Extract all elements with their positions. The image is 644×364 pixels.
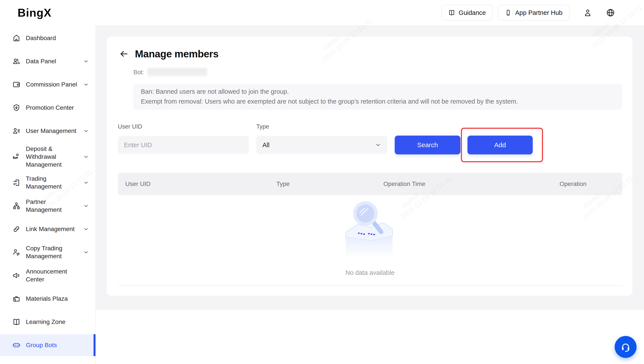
transfer-icon	[12, 178, 20, 187]
sidebar-item-label: Dashboard	[26, 34, 56, 42]
chevron-down-icon	[83, 154, 89, 160]
user-uid-input[interactable]	[118, 136, 249, 154]
main-content: Manage members Bot: Ban: Banned users ar…	[96, 26, 644, 364]
users-icon	[12, 57, 20, 66]
chevron-down-icon	[83, 180, 89, 186]
page-header: Manage members	[119, 48, 218, 60]
table-header: User UID Type Operation Time Operation	[118, 173, 622, 195]
sidebar-item-link-management[interactable]: Link Management	[0, 218, 96, 240]
copy-trading-icon	[12, 248, 20, 256]
sidebar-item-label: Deposit & Withdrawal Management	[26, 145, 78, 169]
table-bottom-divider	[118, 285, 622, 286]
chevron-down-icon	[83, 58, 89, 64]
sidebar-item-label: Materials Plaza	[26, 295, 68, 303]
sidebar-item-label: Link Management	[26, 225, 75, 233]
sidebar-item-label: Commission Panel	[26, 80, 77, 88]
type-select-value: All	[262, 142, 270, 149]
sidebar-nav: Dashboard Data Panel Commission Panel Pr…	[0, 26, 96, 356]
add-button[interactable]: Add	[468, 136, 533, 154]
bingx-logo[interactable]: BingX	[18, 6, 52, 19]
sidebar-item-learning-zone[interactable]: Learning Zone	[0, 311, 96, 333]
notice-line-1: Ban: Banned users are not allowed to joi…	[141, 87, 615, 96]
guidance-button[interactable]: Guidance	[441, 5, 493, 20]
account-icon[interactable]	[583, 8, 592, 17]
hand-coin-icon	[12, 153, 20, 161]
sidebar-item-label: Learning Zone	[26, 318, 66, 326]
home-icon	[12, 34, 20, 42]
column-user-uid: User UID	[125, 173, 150, 195]
sidebar-item-partner-management[interactable]: Partner Management	[0, 195, 96, 217]
chevron-down-icon	[83, 226, 89, 232]
sidebar-item-materials-plaza[interactable]: Materials Plaza	[0, 288, 96, 310]
sidebar-item-deposit-withdrawal-management[interactable]: Deposit & Withdrawal Management	[0, 143, 96, 170]
guidance-label: Guidance	[459, 9, 486, 16]
chevron-down-icon	[83, 203, 89, 209]
sidebar-item-dashboard[interactable]: Dashboard	[0, 27, 96, 49]
open-book-icon	[12, 318, 20, 326]
sidebar-item-label: Copy Trading Management	[26, 244, 78, 260]
chevron-down-icon	[83, 128, 89, 134]
sidebar-item-label: Promotion Center	[26, 104, 74, 112]
search-button[interactable]: Search	[395, 136, 460, 154]
sidebar-item-announcement-center[interactable]: Announcement Center	[0, 264, 96, 286]
manage-members-card: Manage members Bot: Ban: Banned users ar…	[107, 36, 632, 296]
notice-line-2: Exempt from removal: Users who are exemp…	[141, 96, 615, 106]
sidebar-item-group-bots[interactable]: Group Bots	[0, 334, 96, 356]
column-operation-time: Operation Time	[383, 173, 425, 195]
type-label: Type	[256, 123, 269, 130]
sidebar-item-promotion-center[interactable]: Promotion Center	[0, 97, 96, 119]
bot-label: Bot:	[134, 69, 144, 76]
topbar: BingX Guidance App Partner Hub	[0, 0, 644, 26]
empty-state-text: No data available	[346, 269, 394, 276]
sidebar-item-label: User Management	[26, 127, 76, 135]
org-chart-icon	[12, 202, 20, 210]
sidebar-item-user-management[interactable]: User Management	[0, 120, 96, 142]
notice-box: Ban: Banned users are not allowed to joi…	[134, 84, 622, 110]
sidebar-item-trading-management[interactable]: Trading Management	[0, 172, 96, 194]
sidebar-item-data-panel[interactable]: Data Panel	[0, 50, 96, 72]
guidance-book-icon	[448, 9, 455, 16]
language-globe-icon[interactable]	[606, 8, 615, 17]
sidebar-item-label: Group Bots	[26, 341, 57, 349]
mobile-phone-icon	[505, 9, 512, 16]
app-partner-hub-label: App Partner Hub	[515, 9, 562, 16]
user-list-icon	[12, 127, 20, 135]
shield-badge-icon	[12, 104, 20, 112]
column-operation: Operation	[560, 173, 586, 195]
empty-state-illustration	[342, 199, 397, 262]
type-select[interactable]: All	[256, 136, 387, 154]
sidebar-item-commission-panel[interactable]: Commission Panel	[0, 74, 96, 96]
sidebar: Dashboard Data Panel Commission Panel Pr…	[0, 26, 96, 364]
robot-icon	[12, 341, 20, 349]
wallet-icon	[12, 80, 20, 89]
sidebar-item-label: Data Panel	[26, 58, 56, 65]
toolbox-icon	[12, 294, 20, 303]
megaphone-icon	[12, 271, 20, 280]
chevron-down-icon	[375, 142, 381, 148]
chevron-down-icon	[83, 250, 89, 255]
customer-support-button[interactable]	[615, 336, 636, 358]
topbar-actions: Guidance App Partner Hub	[441, 5, 644, 20]
sidebar-item-copy-trading-management[interactable]: Copy Trading Management	[0, 241, 96, 263]
sidebar-item-label: Trading Management	[26, 175, 78, 190]
headset-icon	[620, 342, 631, 352]
bot-name-redacted	[148, 68, 207, 76]
back-arrow-icon[interactable]	[119, 49, 129, 59]
column-type: Type	[276, 173, 290, 195]
user-uid-label: User UID	[118, 123, 142, 130]
bot-row: Bot:	[134, 68, 207, 77]
chevron-down-icon	[83, 82, 89, 88]
link-icon	[12, 225, 20, 233]
sidebar-item-label: Announcement Center	[26, 268, 82, 284]
sidebar-item-label: Partner Management	[26, 198, 78, 214]
page-title: Manage members	[135, 48, 218, 60]
app-partner-hub-button[interactable]: App Partner Hub	[498, 5, 570, 20]
